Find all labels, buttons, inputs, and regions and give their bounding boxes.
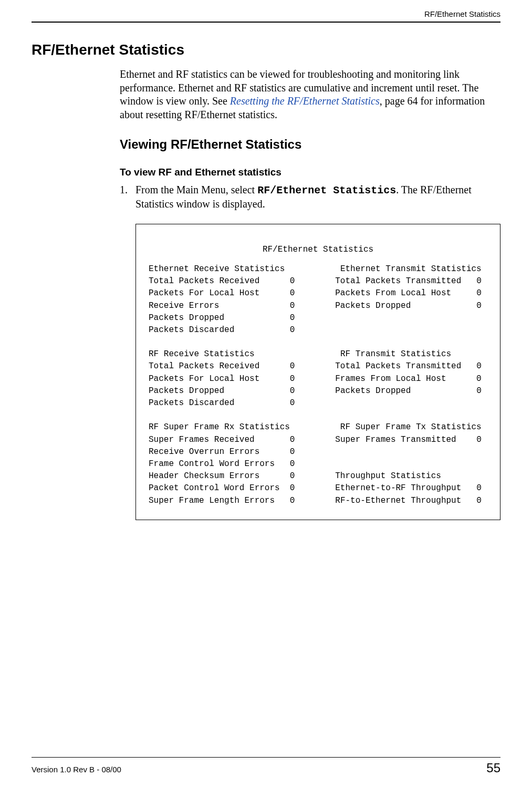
sf-rx-2-v: 0 bbox=[290, 459, 295, 469]
sf-rx-1-l: Receive Overrun Errors bbox=[149, 447, 259, 457]
step-text-a: From the Main Menu, select bbox=[135, 184, 257, 195]
cross-ref-link[interactable]: Resetting the RF/Ethernet Statistics bbox=[230, 95, 380, 107]
rf-rx-3-v: 0 bbox=[290, 398, 295, 408]
sf-rx-2-l: Frame Control Word Errors bbox=[149, 459, 275, 469]
rf-rx-2-l: Packets Dropped bbox=[149, 386, 224, 396]
rf-rx-head: RF Receive Statistics bbox=[149, 349, 255, 359]
eth-rx-4-v: 0 bbox=[290, 325, 295, 335]
subsection-title: Viewing RF/Ethernet Statistics bbox=[120, 137, 500, 152]
eth-rx-head: Ethernet Receive Statistics bbox=[149, 264, 285, 274]
procedure-heading: To view RF and Ethernet statistics bbox=[120, 167, 500, 178]
rf-tx-1-l: Frames From Local Host bbox=[335, 374, 446, 384]
menu-command: RF/Ethernet Statistics bbox=[257, 184, 396, 196]
sf-rx-4-l: Packet Control Word Errors bbox=[149, 483, 280, 493]
thr-1-v: 0 bbox=[476, 496, 482, 505]
eth-rx-1-l: Packets For Local Host bbox=[149, 288, 259, 298]
eth-rx-4-l: Packets Discarded bbox=[149, 325, 234, 335]
rf-rx-1-l: Packets For Local Host bbox=[149, 374, 259, 384]
sf-rx-5-v: 0 bbox=[290, 496, 295, 505]
sf-tx-head: RF Super Frame Tx Statistics bbox=[340, 422, 482, 432]
eth-rx-2-v: 0 bbox=[290, 301, 295, 310]
eth-rx-1-v: 0 bbox=[290, 288, 295, 298]
sf-rx-0-v: 0 bbox=[290, 435, 295, 444]
sf-tx-0-v: 0 bbox=[476, 435, 482, 444]
page-number: 55 bbox=[486, 761, 500, 775]
sf-rx-3-l: Header Checksum Errors bbox=[149, 471, 259, 481]
sf-rx-1-v: 0 bbox=[290, 447, 295, 457]
eth-tx-1-v: 0 bbox=[476, 288, 482, 298]
section-title: RF/Ethernet Statistics bbox=[32, 42, 500, 58]
rf-tx-1-v: 0 bbox=[476, 374, 482, 384]
eth-rx-2-l: Receive Errors bbox=[149, 301, 219, 310]
rf-tx-0-l: Total Packets Transmitted bbox=[335, 361, 461, 371]
terminal-screenshot: RF/Ethernet StatisticsEthernet Receive S… bbox=[135, 224, 500, 520]
eth-tx-1-l: Packets From Local Host bbox=[335, 288, 451, 298]
page-footer: Version 1.0 Rev B - 08/00 55 bbox=[32, 757, 500, 775]
step-text: From the Main Menu, select RF/Ethernet S… bbox=[135, 183, 500, 211]
rf-tx-2-l: Packets Dropped bbox=[335, 386, 411, 396]
eth-rx-3-l: Packets Dropped bbox=[149, 313, 224, 323]
header-rule bbox=[32, 22, 500, 23]
rf-rx-1-v: 0 bbox=[290, 374, 295, 384]
eth-rx-0-v: 0 bbox=[290, 276, 295, 286]
step-1: 1. From the Main Menu, select RF/Etherne… bbox=[120, 183, 500, 211]
sf-rx-3-v: 0 bbox=[290, 471, 295, 481]
intro-paragraph: Ethernet and RF statistics can be viewed… bbox=[120, 68, 500, 121]
rf-rx-0-v: 0 bbox=[290, 361, 295, 371]
sf-rx-4-v: 0 bbox=[290, 483, 295, 493]
thr-1-l: RF-to-Ethernet Throughput bbox=[335, 496, 461, 505]
rf-tx-head: RF Transmit Statistics bbox=[340, 349, 451, 359]
eth-tx-head: Ethernet Transmit Statistics bbox=[340, 264, 482, 274]
footer-version: Version 1.0 Rev B - 08/00 bbox=[32, 765, 121, 774]
eth-tx-2-l: Packets Dropped bbox=[335, 301, 411, 310]
eth-rx-0-l: Total Packets Received bbox=[149, 276, 259, 286]
sf-rx-head: RF Super Frame Rx Statistics bbox=[149, 422, 290, 432]
eth-tx-0-l: Total Packets Transmitted bbox=[335, 276, 461, 286]
rf-rx-3-l: Packets Discarded bbox=[149, 398, 234, 408]
eth-tx-0-v: 0 bbox=[476, 276, 482, 286]
eth-rx-3-v: 0 bbox=[290, 313, 295, 323]
rf-tx-2-v: 0 bbox=[476, 386, 482, 396]
sf-rx-0-l: Super Frames Received bbox=[149, 435, 255, 444]
rf-rx-0-l: Total Packets Received bbox=[149, 361, 259, 371]
running-head: RF/Ethernet Statistics bbox=[32, 9, 500, 22]
sf-rx-5-l: Super Frame Length Errors bbox=[149, 496, 275, 505]
eth-tx-2-v: 0 bbox=[476, 301, 482, 310]
step-number: 1. bbox=[120, 183, 135, 211]
rf-rx-2-v: 0 bbox=[290, 386, 295, 396]
rf-tx-0-v: 0 bbox=[476, 361, 482, 371]
thr-head: Throughput Statistics bbox=[335, 471, 441, 481]
screen-title: RF/Ethernet Statistics bbox=[149, 244, 487, 256]
thr-0-l: Ethernet-to-RF Throughput bbox=[335, 483, 461, 493]
thr-0-v: 0 bbox=[476, 483, 482, 493]
sf-tx-0-l: Super Frames Transmitted bbox=[335, 435, 456, 444]
